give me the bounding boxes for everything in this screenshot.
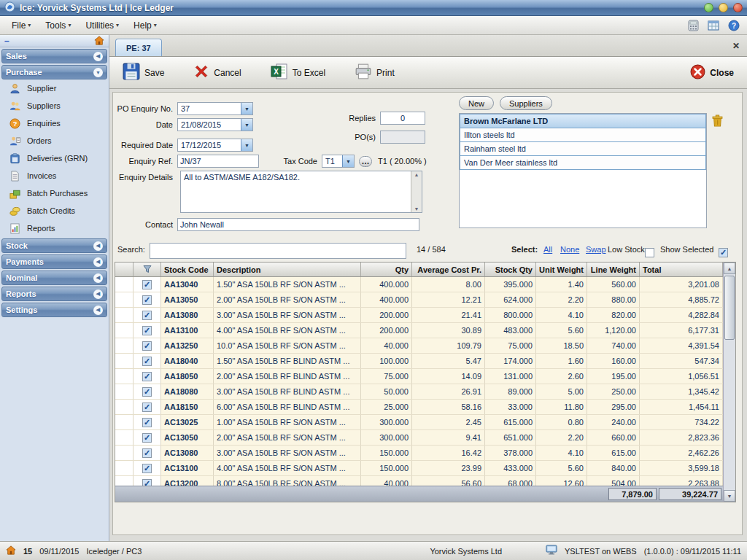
row-checkbox[interactable]: ✓	[133, 308, 161, 322]
table-row[interactable]: ✓AA180803.00" ASA 150LB RF BLIND ASTM ..…	[115, 384, 723, 400]
row-checkbox[interactable]: ✓	[133, 338, 161, 353]
sidebar-item-orders[interactable]: Orders	[0, 132, 109, 149]
sidebar-minimize-button[interactable]: –	[4, 37, 9, 44]
save-button[interactable]: Save	[118, 60, 169, 85]
chevron-left-icon[interactable]: ◀	[93, 273, 103, 283]
select-none-link[interactable]: None	[560, 241, 579, 257]
row-checkbox[interactable]: ✓	[133, 277, 161, 292]
delete-supplier-icon[interactable]	[711, 114, 724, 128]
suppliers-button[interactable]: Suppliers	[500, 96, 552, 110]
cancel-button[interactable]: Cancel	[189, 61, 245, 85]
chevron-down-icon[interactable]: ▼	[93, 68, 103, 77]
sidebar-item-supplier[interactable]: Supplier	[0, 79, 109, 97]
close-window-button[interactable]	[733, 3, 743, 12]
maximize-button[interactable]	[719, 3, 728, 12]
table-row[interactable]: ✓AA1325010.0" ASA 150LB RF S/ON ASTM ...…	[115, 338, 723, 354]
select-all-link[interactable]: All	[543, 241, 552, 257]
sidebar-section-nominal[interactable]: Nominal◀	[1, 271, 107, 285]
row-checkbox[interactable]: ✓	[133, 384, 161, 399]
supplier-list-item[interactable]: Rainham steel ltd	[460, 141, 706, 156]
enquiry-ref-input[interactable]	[177, 155, 259, 168]
chevron-down-icon[interactable]: ▼	[241, 103, 252, 114]
menu-help[interactable]: Help▾	[128, 18, 163, 33]
supplier-list-item[interactable]: Illton steels ltd	[460, 128, 706, 142]
sidebar-section-reports[interactable]: Reports◀	[1, 287, 107, 301]
table-row[interactable]: ✓AA131004.00" ASA 150LB RF S/ON ASTM ...…	[115, 323, 723, 338]
table-row[interactable]: ✓AA180502.00" ASA 150LB RF BLIND ASTM ..…	[115, 369, 723, 384]
filter-header[interactable]	[133, 262, 161, 276]
table-row[interactable]: ✓AC130251.00" ASA 150LB RF S/ON ASTM ...…	[115, 415, 723, 430]
enquiry-details-input[interactable]: All to ASTM/ASME A182/SA182.	[181, 171, 411, 212]
row-selector[interactable]	[115, 354, 133, 368]
sidebar-item-enquiries[interactable]: ?Enquiries	[0, 114, 109, 132]
sidebar-section-stock[interactable]: Stock◀	[1, 238, 107, 253]
sidebar-section-purchase[interactable]: Purchase▼	[1, 65, 107, 79]
chevron-left-icon[interactable]: ◀	[93, 52, 103, 61]
scroll-up-icon[interactable]: ▲	[724, 262, 735, 274]
row-selector[interactable]	[115, 430, 133, 445]
scrollbar-thumb[interactable]	[724, 276, 735, 340]
row-checkbox[interactable]: ✓	[133, 446, 161, 460]
chevron-left-icon[interactable]: ◀	[93, 306, 103, 315]
menu-file[interactable]: File▾	[6, 18, 36, 33]
minimize-button[interactable]	[704, 3, 713, 12]
supplier-list-item[interactable]: Van Der Meer stainless ltd	[460, 155, 706, 170]
column-header-total[interactable]: Total	[640, 262, 723, 276]
column-header-line-weight[interactable]: Line Weight	[587, 262, 640, 276]
menu-utilities[interactable]: Utilities▾	[80, 18, 125, 33]
column-header-stock-code[interactable]: Stock Code	[161, 262, 214, 276]
column-header-description[interactable]: Description	[214, 262, 361, 276]
show-selected-checkbox[interactable]: ✓	[719, 248, 728, 257]
sidebar-item-suppliers[interactable]: Suppliers	[0, 97, 109, 114]
chevron-down-icon[interactable]: ▼	[342, 155, 354, 167]
scroll-down-icon[interactable]: ▼	[724, 490, 735, 502]
row-selector[interactable]	[115, 338, 133, 353]
column-header-stock-qty[interactable]: Stock Qty	[485, 262, 536, 276]
row-selector[interactable]	[115, 277, 133, 292]
contact-input[interactable]	[177, 218, 419, 231]
tab-close-icon[interactable]: ✕	[732, 41, 740, 51]
table-row[interactable]: ✓AA130502.00" ASA 150LB RF S/ON ASTM ...…	[115, 292, 723, 308]
row-checkbox[interactable]: ✓	[133, 415, 161, 429]
sidebar-item-reports[interactable]: Reports	[0, 219, 109, 237]
row-selector[interactable]	[115, 384, 133, 399]
new-supplier-button[interactable]: New	[459, 96, 494, 110]
table-row[interactable]: ✓AC130803.00" ASA 150LB RF S/ON ASTM ...…	[115, 446, 723, 461]
row-selector[interactable]	[115, 461, 133, 475]
replies-input[interactable]	[380, 112, 425, 125]
row-checkbox[interactable]: ✓	[133, 369, 161, 384]
to-excel-button[interactable]: X To Excel	[266, 60, 330, 85]
table-row[interactable]: ✓AA130401.50" ASA 150LB RF S/ON ASTM ...…	[115, 277, 723, 292]
tab-pe-37[interactable]: PE: 37	[115, 39, 162, 56]
tax-code-combo[interactable]: T1 ▼	[322, 155, 355, 168]
table-row[interactable]: ✓AC131004.00" ASA 150LB RF S/ON ASTM ...…	[115, 461, 723, 476]
chevron-down-icon[interactable]: ▼	[241, 119, 252, 131]
row-checkbox[interactable]: ✓	[133, 292, 161, 307]
sidebar-section-sales[interactable]: Sales◀	[1, 49, 107, 63]
column-header-unit-weight[interactable]: Unit Weight	[536, 262, 587, 276]
row-selector-header[interactable]	[115, 262, 133, 276]
row-selector[interactable]	[115, 446, 133, 460]
row-selector[interactable]	[115, 369, 133, 384]
textarea-scrollbar[interactable]: ▲▼	[411, 171, 422, 212]
sidebar-item-deliveries-grn[interactable]: Deliveries (GRN)	[0, 149, 109, 167]
table-row[interactable]: ✓AA130803.00" ASA 150LB RF S/ON ASTM ...…	[115, 308, 723, 323]
chevron-left-icon[interactable]: ◀	[93, 257, 103, 267]
table-row[interactable]: ✓AA181506.00" ASA 150LB RF BLIND ASTM ..…	[115, 400, 723, 415]
print-button[interactable]: Print	[350, 61, 399, 85]
chevron-left-icon[interactable]: ◀	[93, 289, 103, 299]
search-input[interactable]	[150, 243, 406, 259]
select-swap-link[interactable]: Swap	[586, 241, 606, 257]
close-button[interactable]: Close	[686, 61, 738, 85]
help-icon[interactable]: ?	[727, 19, 741, 32]
chevron-left-icon[interactable]: ◀	[93, 241, 103, 251]
sidebar-item-invoices[interactable]: Invoices	[0, 167, 109, 184]
grid-icon[interactable]	[706, 19, 721, 32]
row-checkbox[interactable]: ✓	[133, 461, 161, 475]
table-row[interactable]: ✓AC130502.00" ASA 150LB RF S/ON ASTM ...…	[115, 430, 723, 446]
sidebar-section-payments[interactable]: Payments◀	[1, 254, 107, 269]
sidebar-item-batch-purchases[interactable]: Batch Purchases	[0, 184, 109, 202]
row-selector[interactable]	[115, 415, 133, 429]
tax-code-lookup-button[interactable]: …	[359, 156, 372, 167]
row-selector[interactable]	[115, 400, 133, 414]
